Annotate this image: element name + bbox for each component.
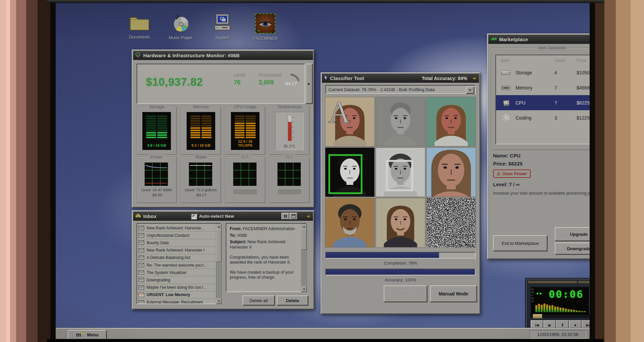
item-selection-group: Item Selection Item Level Price Storage4…	[491, 48, 590, 150]
classifier-cell-face-teal-woman[interactable]	[427, 97, 476, 146]
classifier-cell-static-noise[interactable]	[427, 198, 476, 247]
icon-label: Music Player	[162, 36, 199, 40]
scroll-up-icon[interactable]: ▲	[302, 224, 307, 229]
completion-progressbar	[325, 252, 476, 259]
chevron-down-icon[interactable]: ▼	[466, 86, 474, 94]
desktop-icon-music-player[interactable]: ♪ Music Player	[162, 13, 199, 40]
auto-select-checkbox[interactable]	[191, 213, 197, 219]
scroll-down-icon[interactable]: ▼	[216, 298, 221, 304]
classifier-cell-face-grayscale-woman[interactable]	[376, 97, 425, 146]
detail-level: Level: 7 / ∞	[493, 182, 520, 187]
taskbar-clock: 12/02/1999, 22:32:56	[529, 330, 586, 339]
meter-power: Power Used: 14.47 MWh-$0.00	[137, 157, 177, 203]
seek-handle[interactable]	[533, 314, 542, 319]
gauge-label: CPU Usage	[232, 104, 259, 109]
manual-mode-button[interactable]: Manual Mode	[430, 285, 477, 302]
envelope-icon	[139, 263, 144, 267]
play-indicator-icon: ▶	[537, 291, 542, 295]
hardware-monitor-titlebar[interactable]: Hardware & Infrastructure Monitor: #06B	[133, 51, 313, 60]
processed-readout: Processed: 3,009	[259, 72, 282, 86]
scroll-down-icon[interactable]: ▼	[302, 286, 307, 292]
led-gauge: 9.2 / 16 GB	[186, 112, 215, 150]
envelope-icon	[139, 248, 144, 253]
warning-icon: ⚠	[497, 171, 501, 176]
mail-list-item[interactable]: Downgrading	[138, 276, 220, 284]
seek-bar[interactable]	[531, 314, 590, 319]
mail-list-item[interactable]: Re: The warmest welcome you'r...	[138, 262, 220, 269]
to-label: To:	[230, 233, 236, 238]
mail-list-item[interactable]: New Rank Achieved: Harvester I	[138, 247, 220, 254]
svg-text:A: A	[328, 97, 350, 129]
panel-expand-button[interactable]: ▶	[306, 64, 313, 104]
upgrade-button[interactable]: Upgrade⇧	[555, 227, 590, 241]
reading-scrollbar[interactable]: ▲ ▼	[301, 224, 307, 292]
popout-button[interactable]	[289, 213, 298, 220]
delete-button[interactable]: Delete	[277, 295, 308, 305]
mail-reading-pane: From: FACEMINER Administration To: #06B …	[226, 223, 307, 292]
mail-list-item[interactable]: Unprofessional Conduct	[138, 232, 220, 239]
mail-list-item[interactable]: URGENT: Low Memory	[138, 291, 220, 299]
meter-cost: -$4.17	[181, 193, 221, 197]
clutterbar[interactable]: OAIDV	[532, 288, 534, 303]
mail-list: New Rank Achieved: Harveste...Unprofessi…	[137, 223, 221, 304]
market-row-memory[interactable]: Memory7$4668.75	[496, 80, 590, 95]
rate-value: -$4.17	[279, 72, 302, 94]
classifier-cell-face-sepia-woman[interactable]	[427, 148, 476, 197]
market-row-storage[interactable]: Storage4$1050	[496, 65, 590, 80]
usage-chart	[277, 162, 301, 186]
scroll-thumb[interactable]	[302, 229, 307, 250]
pause-button[interactable]	[281, 213, 289, 220]
downgrade-button[interactable]: Downgrade⇩	[555, 243, 590, 255]
svg-text:♪: ♪	[175, 13, 179, 21]
detail-name: Name: CPU	[493, 153, 521, 158]
window-title: Marketplace	[499, 37, 528, 42]
window-title: Hardware & Infrastructure Monitor: #06B	[143, 53, 239, 58]
envelope-icon	[139, 278, 144, 282]
mail-list-item[interactable]: Bounty Data	[138, 239, 220, 247]
dataset-dropdown[interactable]: Current Dataset: 76.76% - 2.42GB - Bulk …	[325, 85, 476, 94]
market-row-cpu[interactable]: CPU7$6225	[495, 95, 590, 110]
level-readout: Level: 76	[234, 72, 246, 86]
skip-button[interactable]: Skip	[384, 285, 427, 302]
gauge-value: 9.2 / 16 GB	[187, 143, 215, 148]
meter-na: N/A	[225, 157, 265, 203]
meter-cost: -$0.00	[137, 193, 176, 197]
usage-chart	[233, 162, 257, 186]
classifier-cell-face-letter-a[interactable]: A	[325, 97, 374, 146]
mail-list-item[interactable]: The System Visualizer	[138, 269, 220, 276]
drive-icon	[501, 69, 516, 76]
subject-label: Subject:	[230, 240, 246, 244]
classifier-titlebar[interactable]: Classifier Tool Total Accuracy: 84%	[322, 74, 479, 83]
desktop-icon-documents[interactable]: Documents	[121, 15, 158, 40]
classifier-cell-face-detected-man[interactable]	[376, 148, 425, 197]
speaker-icon[interactable]	[472, 76, 477, 81]
player-titlebar[interactable]: _ ▾ ✕	[528, 280, 590, 284]
marketplace-titlebar[interactable]: Marketplace	[488, 35, 590, 44]
scroll-up-icon[interactable]: ▲	[216, 224, 221, 229]
completion-label: Completion: 76%	[321, 261, 480, 266]
menu-label: Menu	[87, 332, 99, 337]
crt-monitor: Documents ♪ Music Player System FACEMINE…	[0, 0, 644, 342]
gauge-value: 81.1°C	[275, 144, 304, 148]
desktop-icon-faceminer[interactable]: FACEMINER	[247, 13, 284, 41]
market-row-cooling[interactable]: Cooling3$1225	[496, 110, 590, 125]
classifier-cell-face-smiling-woman[interactable]	[376, 198, 425, 247]
mail-list-item[interactable]: New Rank Achieved: Harveste...	[138, 224, 220, 232]
mail-list-scrollbar[interactable]: ▲ ▼	[216, 224, 222, 304]
classifier-cell-face-elder-man[interactable]	[325, 198, 374, 247]
window-title: Inbox	[143, 214, 157, 219]
classifier-cell-face-posterized-man[interactable]	[325, 148, 374, 197]
envelope-icon	[139, 226, 144, 230]
mail-list-item[interactable]: Maybe I've been doing this too l...	[138, 284, 220, 291]
mail-list-item[interactable]: A Delicate Balancing Act	[138, 254, 220, 262]
desktop-icon-system[interactable]: System	[204, 13, 241, 40]
meter-usage: Used: 14.47 MWh	[137, 188, 176, 192]
scroll-thumb[interactable]	[216, 229, 221, 262]
exit-marketplace-button[interactable]: Exit to Marketplace	[493, 235, 547, 251]
delete-all-button[interactable]: Delete all	[243, 295, 275, 305]
gauge-memory: Memory9.2 / 16 GB	[181, 107, 221, 155]
meter-na: N/A	[269, 157, 310, 203]
menu-button[interactable]: mOS Menu	[68, 330, 107, 339]
speaker-icon[interactable]	[306, 214, 311, 219]
mail-list-item[interactable]: External Message: Recruitment	[138, 299, 220, 304]
